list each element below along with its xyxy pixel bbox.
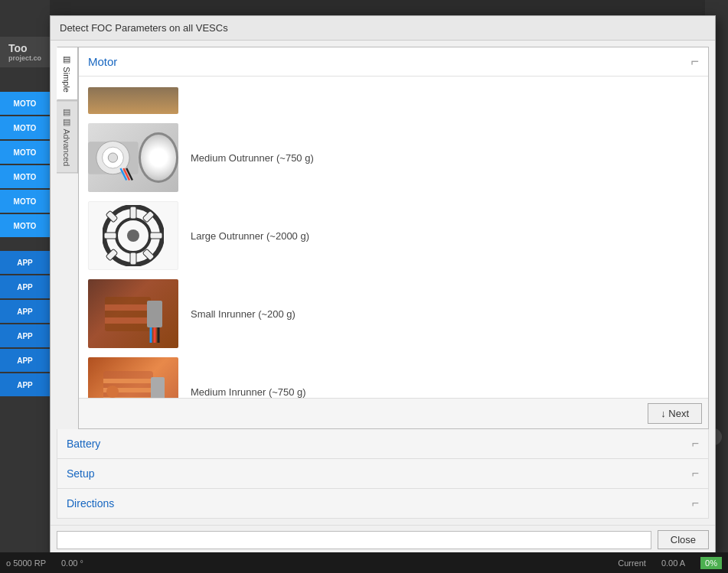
btn-row: ↓ Next bbox=[79, 398, 708, 428]
motor-img-medium-inrunner bbox=[88, 357, 178, 398]
svg-rect-11 bbox=[130, 252, 136, 265]
bottom-angle: 0.00 ° bbox=[61, 558, 83, 568]
app-sidebar: Too project.co MOTO MOTO MOTO MOTO MOTO … bbox=[0, 0, 50, 573]
app-logo: Too project.co bbox=[0, 37, 50, 67]
sidebar-buttons: MOTO MOTO MOTO MOTO MOTO MOTO APP APP AP… bbox=[0, 92, 50, 398]
svg-rect-12 bbox=[104, 233, 116, 239]
logo-text: Too bbox=[8, 42, 41, 54]
directions-corner: ⌐ bbox=[692, 496, 699, 510]
motor-item-small-inrunner[interactable]: Small Inrunner (~200 g) bbox=[85, 275, 702, 353]
dialog-footer: Close bbox=[51, 525, 715, 554]
svg-rect-18 bbox=[105, 297, 151, 331]
motor-img-medium-outrunner bbox=[88, 123, 178, 192]
panel-title: Motor bbox=[88, 55, 117, 68]
motor-label-small-inrunner: Small Inrunner (~200 g) bbox=[191, 308, 295, 320]
sidebar-btn-app-5[interactable]: APP bbox=[0, 349, 50, 372]
sidebar-btn-moto-1[interactable]: MOTO bbox=[0, 92, 50, 115]
motor-item-large-outrunner[interactable]: Large Outrunner (~2000 g) bbox=[85, 197, 702, 275]
small-inrunner-svg bbox=[101, 285, 166, 343]
motor-label-large-outrunner: Large Outrunner (~2000 g) bbox=[191, 230, 309, 242]
dialog-body: ▤ Simple ▤▤ Advanced Motor ⌐ bbox=[51, 41, 715, 525]
bottom-bar: o 5000 RP 0.00 ° Current 0.00 A 0% bbox=[0, 552, 728, 573]
motor-img-small-inrunner bbox=[88, 279, 178, 348]
sidebar-btn-moto-5[interactable]: MOTO bbox=[0, 190, 50, 213]
bottom-percent: 0% bbox=[700, 557, 722, 569]
svg-rect-10 bbox=[130, 207, 136, 219]
sidebar-btn-app-6[interactable]: APP bbox=[0, 373, 50, 396]
sidebar-btn-moto-4[interactable]: MOTO bbox=[0, 165, 50, 188]
collapsed-setup[interactable]: Setup ⌐ bbox=[57, 459, 709, 489]
svg-rect-19 bbox=[105, 304, 151, 311]
motor-label-medium-outrunner: Medium Outrunner (~750 g) bbox=[191, 152, 314, 164]
next-button[interactable]: ↓ Next bbox=[648, 403, 702, 424]
setup-title: Setup bbox=[67, 467, 95, 480]
dialog-title: Detect FOC Parameters on all VESCs bbox=[60, 22, 228, 34]
tab-row: ▤ Simple ▤▤ Advanced Motor ⌐ bbox=[57, 47, 709, 429]
close-button[interactable]: Close bbox=[658, 530, 709, 549]
collapsed-directions[interactable]: Directions ⌐ bbox=[57, 489, 709, 519]
outrunner-medium-svg bbox=[88, 129, 139, 187]
svg-rect-21 bbox=[147, 301, 162, 327]
main-dialog: Detect FOC Parameters on all VESCs ▤ Sim… bbox=[50, 15, 716, 555]
logo-url: project.co bbox=[8, 54, 41, 62]
dialog-titlebar: Detect FOC Parameters on all VESCs bbox=[51, 16, 715, 41]
svg-point-30 bbox=[106, 386, 119, 398]
panel-header-corner: ⌐ bbox=[690, 54, 699, 70]
svg-point-3 bbox=[108, 152, 117, 161]
bottom-current-value: 0.00 A bbox=[661, 558, 685, 568]
battery-title: Battery bbox=[67, 438, 100, 450]
tab-simple[interactable]: ▤ Simple bbox=[57, 47, 78, 100]
motor-label-medium-inrunner: Medium Inrunner (~750 g) bbox=[191, 386, 306, 398]
bottom-current-label: Current bbox=[618, 558, 646, 568]
tab-simple-icon: ▤ Simple bbox=[63, 54, 73, 93]
motor-list[interactable]: Medium Outrunner (~750 g) bbox=[79, 77, 708, 398]
footer-input[interactable] bbox=[57, 531, 651, 549]
medium-inrunner-svg bbox=[101, 363, 166, 399]
svg-rect-13 bbox=[150, 233, 162, 239]
setup-corner: ⌐ bbox=[692, 467, 699, 480]
svg-rect-26 bbox=[103, 379, 153, 383]
vtabs: ▤ Simple ▤▤ Advanced bbox=[57, 47, 78, 429]
sidebar-btn-app-2[interactable]: APP bbox=[0, 275, 50, 298]
tab-advanced[interactable]: ▤▤ Advanced bbox=[57, 100, 78, 173]
content-panel: Motor ⌐ bbox=[78, 47, 709, 429]
svg-rect-20 bbox=[105, 317, 151, 324]
motor-item-medium-inrunner[interactable]: Medium Inrunner (~750 g) bbox=[85, 353, 702, 398]
sidebar-btn-moto-2[interactable]: MOTO bbox=[0, 116, 50, 139]
sidebar-btn-app-4[interactable]: APP bbox=[0, 324, 50, 347]
motor-img-large-outrunner bbox=[88, 201, 178, 270]
motor-item-medium-outrunner[interactable]: Medium Outrunner (~750 g) bbox=[85, 119, 702, 197]
sidebar-btn-moto-3[interactable]: MOTO bbox=[0, 141, 50, 164]
panel-header: Motor ⌐ bbox=[79, 47, 708, 77]
sidebar-btn-app-3[interactable]: APP bbox=[0, 300, 50, 323]
bottom-speed: o 5000 RP bbox=[6, 558, 46, 568]
directions-title: Directions bbox=[67, 497, 114, 510]
large-outrunner-svg bbox=[103, 205, 164, 266]
sidebar-btn-app-1[interactable]: APP bbox=[0, 251, 50, 274]
svg-rect-29 bbox=[151, 377, 165, 399]
motor-img-partial-top bbox=[88, 87, 178, 114]
motor-item-partial-top[interactable] bbox=[85, 83, 702, 119]
tab-advanced-icon: ▤▤ Advanced bbox=[62, 107, 72, 166]
svg-point-9 bbox=[127, 230, 139, 242]
collapsed-battery[interactable]: Battery ⌐ bbox=[57, 429, 709, 459]
sidebar-btn-moto-6[interactable]: MOTO bbox=[0, 214, 50, 237]
battery-corner: ⌐ bbox=[692, 437, 699, 451]
